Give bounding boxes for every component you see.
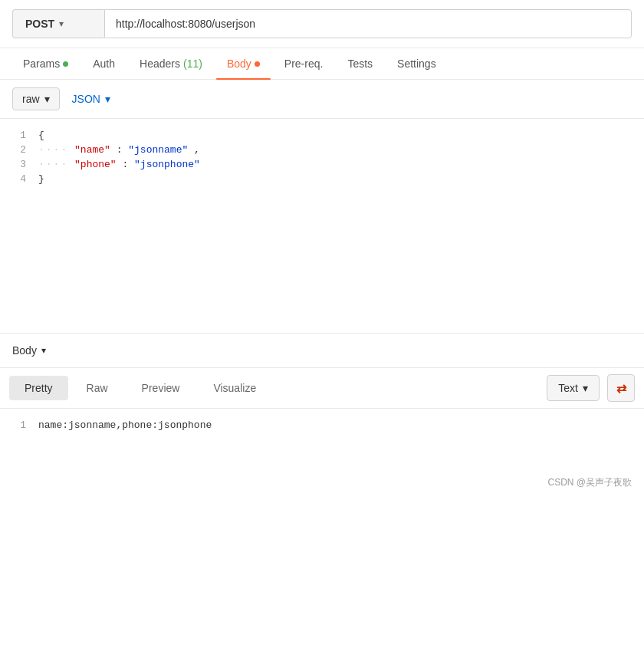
pretty-label: Pretty [25,382,53,394]
response-tab-pretty[interactable]: Pretty [9,376,68,400]
json-chevron-icon: ▾ [105,93,110,105]
footer-text: CSDN @吴声子夜歌 [547,476,632,489]
text-chevron-icon: ▾ [583,382,588,394]
json-label: JSON [72,93,100,105]
tab-body-label: Body [227,58,251,70]
response-tab-raw[interactable]: Raw [71,376,123,400]
colon-2: : [122,159,134,170]
line-content-1: { [38,130,644,141]
visualize-label: Visualize [213,382,256,394]
tab-params[interactable]: Params [12,48,79,79]
open-brace: { [38,130,44,141]
line-num-4: 4 [0,173,38,185]
response-tab-preview[interactable]: Preview [127,376,196,400]
raw-response-label: Raw [87,382,108,394]
response-content-1: name:jsonname,phone:jsonphone [38,419,644,431]
tabs-bar: Params Auth Headers (11) Body Pre-req. T… [0,48,644,80]
body-dot [255,61,260,67]
colon-1: : [117,144,129,156]
code-line-4: 4 } [0,172,644,186]
tab-tests[interactable]: Tests [337,48,383,79]
headers-badge: (11) [183,58,202,70]
line-content-3: ···· "phone" : "jsonphone" [38,159,644,170]
indent-dots-3: ···· [38,159,68,170]
tab-body[interactable]: Body [216,48,271,79]
preview-label: Preview [142,382,180,394]
line-content-4: } [38,173,644,185]
tab-auth-label: Auth [93,58,115,70]
key-phone: "phone" [74,159,117,170]
method-select[interactable]: POST ▾ [12,9,104,38]
text-format-select[interactable]: Text ▾ [547,375,600,401]
method-chevron-icon: ▾ [59,18,64,29]
line-num-1: 1 [0,130,38,141]
wrap-button[interactable]: ⇄ [607,374,635,402]
json-select[interactable]: JSON ▾ [63,88,120,110]
response-body: 1 name:jsonname,phone:jsonphone [0,409,644,470]
footer: CSDN @吴声子夜歌 [0,470,644,495]
key-name: "name" [74,144,110,156]
raw-select[interactable]: raw ▾ [12,87,60,110]
line-content-2: ···· "name" : "jsonname" , [38,144,644,156]
indent-dots-2: ···· [38,144,68,156]
close-brace: } [38,173,44,185]
value-jsonname: "jsonname" [128,144,188,156]
response-tab-visualize[interactable]: Visualize [198,376,271,400]
wrap-icon: ⇄ [616,381,626,396]
tab-headers-label: Headers [140,58,180,70]
comma-1: , [194,144,200,156]
response-chevron-icon[interactable]: ▾ [41,345,46,356]
tab-headers[interactable]: Headers (11) [129,48,213,79]
raw-chevron-icon: ▾ [44,93,50,105]
code-line-1: 1 { [0,128,644,143]
tab-params-label: Params [23,58,60,70]
line-num-2: 2 [0,144,38,156]
response-title: Body [12,344,37,357]
response-tabs: Pretty Raw Preview Visualize Text ▾ ⇄ [0,368,644,409]
tab-tests-label: Tests [347,58,373,70]
params-dot [63,61,68,67]
tab-auth[interactable]: Auth [82,48,126,79]
text-label: Text [558,382,578,394]
request-bar: POST ▾ [0,0,644,48]
value-jsonphone: "jsonphone" [134,159,200,170]
response-line-num-1: 1 [0,419,38,431]
response-header: Body ▾ [0,334,644,368]
response-line-1: 1 name:jsonname,phone:jsonphone [0,418,644,432]
code-line-3: 3 ···· "phone" : "jsonphone" [0,157,644,172]
tab-settings[interactable]: Settings [386,48,447,79]
tab-prereq-label: Pre-req. [284,58,324,70]
url-input[interactable] [104,9,632,38]
line-num-3: 3 [0,159,38,170]
tab-prereq[interactable]: Pre-req. [274,48,334,79]
raw-label: raw [22,93,40,105]
tab-settings-label: Settings [397,58,436,70]
method-label: POST [25,18,54,30]
code-line-2: 2 ···· "name" : "jsonname" , [0,143,644,157]
format-bar: raw ▾ JSON ▾ [0,80,644,119]
code-editor[interactable]: 1 { 2 ···· "name" : "jsonname" , 3 ···· … [0,119,644,334]
